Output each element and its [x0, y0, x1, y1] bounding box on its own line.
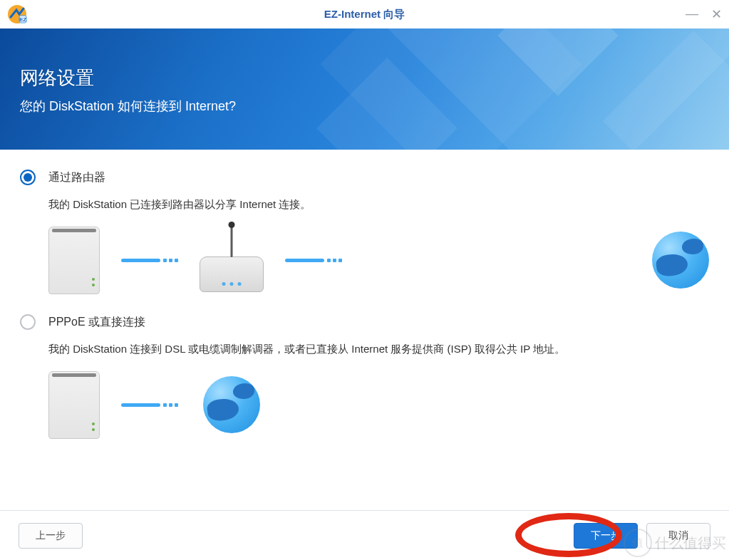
- nas-icon: [48, 227, 100, 294]
- content-area: 通过路由器 我的 DiskStation 已连接到路由器以分享 Internet…: [0, 150, 729, 440]
- titlebar: EZ EZ-Internet 向导 — ✕: [0, 0, 729, 28]
- option-router: 通过路由器 我的 DiskStation 已连接到路由器以分享 Internet…: [20, 170, 709, 296]
- svg-text:EZ: EZ: [19, 16, 26, 23]
- option-pppoe: PPPoE 或直接连接 我的 DiskStation 连接到 DSL 或电缆调制…: [20, 314, 709, 440]
- page-subtitle: 您的 DiskStation 如何连接到 Internet?: [20, 98, 709, 115]
- router-icon: [200, 256, 264, 292]
- radio-pppoe[interactable]: [20, 314, 36, 330]
- app-icon: EZ: [7, 4, 27, 24]
- page-title: 网络设置: [20, 66, 709, 90]
- connector-icon: [121, 403, 178, 407]
- option-pppoe-title: PPPoE 或直接连接: [48, 315, 145, 330]
- cancel-button[interactable]: 取消: [646, 523, 710, 549]
- diagram-router: [48, 224, 709, 296]
- back-button[interactable]: 上一步: [19, 523, 83, 549]
- option-router-title: 通过路由器: [48, 170, 105, 185]
- option-pppoe-head[interactable]: PPPoE 或直接连接: [20, 314, 709, 330]
- diagram-pppoe: [48, 369, 709, 440]
- option-pppoe-desc: 我的 DiskStation 连接到 DSL 或电缆调制解调器，或者已直接从 I…: [48, 343, 709, 356]
- close-button[interactable]: ✕: [711, 6, 722, 22]
- radio-router[interactable]: [20, 170, 36, 185]
- connector-icon: [121, 259, 178, 262]
- globe-icon: [652, 232, 709, 289]
- banner: 网络设置 您的 DiskStation 如何连接到 Internet?: [0, 28, 729, 150]
- window-title: EZ-Internet 向导: [324, 8, 405, 21]
- globe-icon: [203, 376, 260, 433]
- window-controls: — ✕: [686, 6, 722, 22]
- footer-bar: 上一步 下一步 取消: [0, 510, 729, 560]
- next-button[interactable]: 下一步: [574, 523, 638, 549]
- connector-icon: [285, 259, 342, 262]
- minimize-button[interactable]: —: [686, 6, 698, 22]
- nas-icon: [48, 371, 100, 439]
- option-router-head[interactable]: 通过路由器: [20, 170, 709, 185]
- option-router-desc: 我的 DiskStation 已连接到路由器以分享 Internet 连接。: [48, 198, 709, 212]
